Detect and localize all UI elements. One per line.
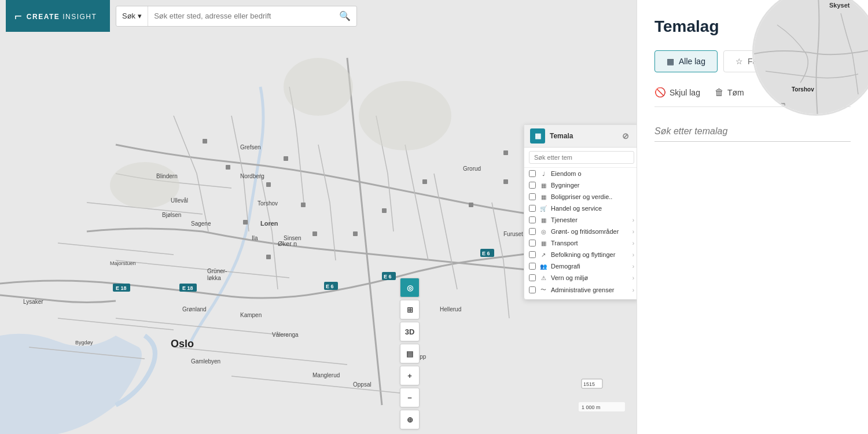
3d-button[interactable]: 3D xyxy=(400,322,420,341)
temalag-item-label: Demografi xyxy=(551,263,629,270)
svg-text:Loren: Loren xyxy=(260,220,278,227)
temalag-checkbox-4[interactable] xyxy=(529,216,536,223)
skjul-lag-button[interactable]: 🚫 Skjul lag xyxy=(654,87,700,98)
temalag-overlay-header: ▦ Temala ⊘ xyxy=(524,125,637,148)
svg-point-1 xyxy=(110,162,179,208)
tab-alle-lag[interactable]: ▦ Alle lag xyxy=(654,50,718,72)
search-icon: 🔍 xyxy=(339,10,351,21)
tab-alle-lag-label: Alle lag xyxy=(679,57,705,66)
layers-button[interactable]: ▤ xyxy=(400,344,420,363)
temalag-item[interactable]: ♩ Eiendom o xyxy=(524,168,637,179)
grid-button[interactable]: ⊞ xyxy=(400,300,420,319)
temalag-checkbox-7[interactable] xyxy=(529,251,536,258)
svg-rect-21 xyxy=(243,220,248,225)
search-input[interactable] xyxy=(148,6,333,26)
expand-arrow-icon[interactable]: › xyxy=(632,263,634,270)
temalag-checkbox-8[interactable] xyxy=(529,263,536,270)
temalag-item[interactable]: ↗ Befolkning og flyttinger › xyxy=(524,249,637,260)
svg-text:Ullevål: Ullevål xyxy=(171,197,188,204)
temalag-checkbox-3[interactable] xyxy=(529,205,536,212)
trash-icon: 🗑 xyxy=(715,87,724,98)
temalag-checkbox-9[interactable] xyxy=(529,274,536,281)
svg-rect-25 xyxy=(469,203,473,207)
zoom-in-button[interactable]: + xyxy=(400,366,420,385)
temalag-checkbox-2[interactable] xyxy=(529,193,536,200)
temalag-checkbox-0[interactable] xyxy=(529,170,536,177)
svg-text:Manglerud: Manglerud xyxy=(312,372,340,378)
temalag-checkbox-6[interactable] xyxy=(529,240,536,247)
temalag-item-icon: ▦ xyxy=(539,182,547,189)
temalag-eye-icon[interactable]: ⊘ xyxy=(618,128,633,144)
svg-text:Grønland: Grønland xyxy=(182,306,207,312)
svg-text:Furuset: Furuset xyxy=(503,231,523,237)
svg-text:E 18: E 18 xyxy=(116,285,127,291)
temalag-overlay-title: Temala xyxy=(550,132,573,140)
search-temalag-input[interactable] xyxy=(654,122,851,142)
svg-rect-22 xyxy=(353,231,358,236)
temalag-item-icon: ↗ xyxy=(539,252,547,258)
temalag-checkbox-5[interactable] xyxy=(529,228,536,235)
eye-off-icon: 🚫 xyxy=(654,87,666,98)
temalag-item[interactable]: ▦ Bygninger xyxy=(524,179,637,191)
temalag-item[interactable]: 👥 Demografi › xyxy=(524,260,637,272)
temalag-checkbox-10[interactable] xyxy=(529,286,536,293)
svg-text:E 6: E 6 xyxy=(384,274,392,279)
search-button[interactable]: 🔍 xyxy=(333,6,356,26)
svg-text:Hellerud: Hellerud xyxy=(440,306,461,312)
logo-create: CREATE INSIGHT xyxy=(27,13,97,21)
svg-text:Skyset: Skyset xyxy=(829,2,850,9)
location-button[interactable]: ◎ xyxy=(400,278,420,297)
tom-button[interactable]: 🗑 Tøm xyxy=(715,87,744,98)
svg-rect-17 xyxy=(203,139,207,144)
svg-text:Majorstuen: Majorstuen xyxy=(110,260,136,266)
svg-text:Blindern: Blindern xyxy=(156,173,178,179)
temalag-item[interactable]: 🛒 Handel og service xyxy=(524,203,637,214)
star-tab-icon: ☆ xyxy=(735,57,743,66)
svg-text:Bjølsen: Bjølsen xyxy=(162,212,181,218)
zoom-out-button[interactable]: − xyxy=(400,388,420,407)
temalag-item-label: Vern og miljø xyxy=(551,274,629,281)
svg-rect-28 xyxy=(503,150,508,155)
temalag-item-icon: 👥 xyxy=(539,263,547,270)
svg-rect-23 xyxy=(382,208,387,213)
chevron-down-icon: ▾ xyxy=(138,12,142,20)
expand-arrow-icon[interactable]: › xyxy=(632,252,634,258)
search-type-dropdown[interactable]: Søk ▾ xyxy=(116,6,148,26)
temalag-item-label: Bygninger xyxy=(551,182,634,189)
svg-text:Lysaker: Lysaker xyxy=(23,299,43,305)
temalag-search-area xyxy=(524,148,637,168)
expand-arrow-icon[interactable]: › xyxy=(632,240,634,247)
map-controls: ◎ ⊞ 3D ▤ + − ⊕ xyxy=(400,278,420,429)
temalag-item[interactable]: ▦ Transport › xyxy=(524,237,637,249)
logo-icon: ⌐ xyxy=(14,9,22,24)
svg-rect-24 xyxy=(422,179,427,184)
temalag-item[interactable]: ▦ Tjenester › xyxy=(524,214,637,226)
temalag-grid-icon[interactable]: ▦ xyxy=(530,128,545,144)
temalag-item[interactable]: 〜 Administrative grenser › xyxy=(524,284,637,296)
map-container: E 18 E 18 E 6 E 6 E 6 Oslo xyxy=(0,0,637,434)
expand-arrow-icon[interactable]: › xyxy=(632,287,634,293)
svg-text:E 18: E 18 xyxy=(182,285,193,291)
temalag-item[interactable]: ⚠ Vern og miljø › xyxy=(524,272,637,284)
temalag-item[interactable]: ▦ Boligpriser og verdie.. xyxy=(524,191,637,203)
temalag-item-icon: 〜 xyxy=(539,286,547,294)
svg-text:Grefsen: Grefsen xyxy=(240,144,261,150)
expand-arrow-icon[interactable]: › xyxy=(632,217,634,223)
compass-button[interactable]: ⊕ xyxy=(400,410,420,429)
temalag-overlay-map: ▦ Temala ⊘ ♩ Eiendom o ▦ Bygninger ▦ Bol… xyxy=(524,124,637,300)
temalag-item-icon: ◎ xyxy=(539,229,547,235)
svg-text:Grüner-: Grüner- xyxy=(207,268,227,274)
svg-rect-14 xyxy=(284,156,288,161)
temalag-item[interactable]: ◎ Grønt- og fritidsområder › xyxy=(524,226,637,237)
svg-point-2 xyxy=(359,81,451,150)
expand-arrow-icon[interactable]: › xyxy=(632,275,634,281)
temalag-item-label: Grønt- og fritidsområder xyxy=(551,228,629,235)
svg-text:Grorud: Grorud xyxy=(463,165,481,172)
svg-text:E 6: E 6 xyxy=(326,284,334,289)
temalag-item-icon: ▦ xyxy=(539,194,547,200)
temalag-checkbox-1[interactable] xyxy=(529,182,536,189)
expand-arrow-icon[interactable]: › xyxy=(632,229,634,235)
svg-rect-19 xyxy=(312,231,317,236)
temalag-search-input[interactable] xyxy=(529,151,634,164)
svg-text:Kampen: Kampen xyxy=(240,312,262,318)
